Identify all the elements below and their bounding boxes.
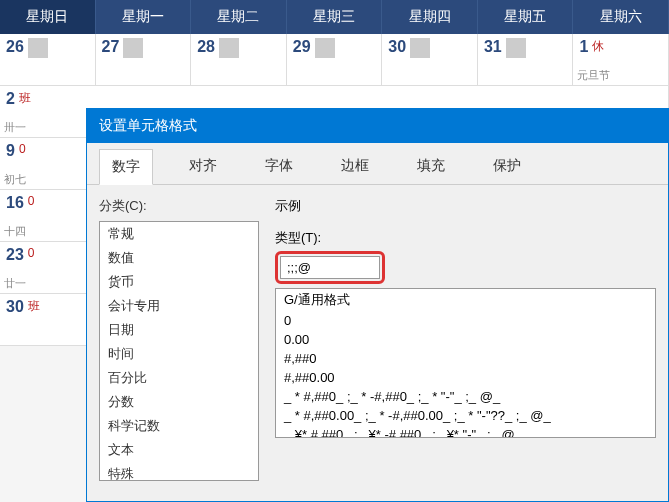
category-panel: 分类(C): 常规 数值 货币 会计专用 日期 时间 百分比 分数 科学记数 文…: [99, 197, 259, 481]
weekday-header: 星期一: [96, 0, 192, 34]
tab-font[interactable]: 字体: [253, 149, 305, 184]
dialog-body: 分类(C): 常规 数值 货币 会计专用 日期 时间 百分比 分数 科学记数 文…: [87, 185, 668, 493]
type-label: 类型(T):: [275, 229, 656, 247]
example-label: 示例: [275, 197, 656, 215]
calendar-cell[interactable]: 1休元旦节: [573, 34, 669, 85]
dialog-title: 设置单元格格式: [87, 109, 668, 143]
category-listbox[interactable]: 常规 数值 货币 会计专用 日期 时间 百分比 分数 科学记数 文本 特殊 自定…: [99, 221, 259, 481]
list-item[interactable]: 时间: [100, 342, 258, 366]
list-item[interactable]: 特殊: [100, 462, 258, 481]
event-box: [506, 38, 526, 58]
list-item[interactable]: 日期: [100, 318, 258, 342]
calendar-cell[interactable]: 31: [478, 34, 574, 85]
event-tag: 0: [28, 246, 35, 289]
tab-protection[interactable]: 保护: [481, 149, 533, 184]
day-number: 31: [484, 38, 502, 81]
dialog-tabs: 数字 对齐 字体 边框 填充 保护: [87, 143, 668, 185]
tab-border[interactable]: 边框: [329, 149, 381, 184]
list-item[interactable]: 货币: [100, 270, 258, 294]
list-item[interactable]: #,##0: [276, 349, 655, 368]
calendar-cell[interactable]: 29: [287, 34, 383, 85]
event-box: [315, 38, 335, 58]
day-number: 28: [197, 38, 215, 81]
event-box: [123, 38, 143, 58]
calendar-cell[interactable]: 27: [96, 34, 192, 85]
day-number: 29: [293, 38, 311, 81]
weekday-header: 星期五: [478, 0, 574, 34]
weekday-header: 星期四: [382, 0, 478, 34]
weekday-header: 星期六: [573, 0, 669, 34]
day-number: 30: [6, 298, 24, 341]
list-item[interactable]: 会计专用: [100, 294, 258, 318]
type-label-text: 类型(T):: [275, 230, 321, 245]
type-input-highlight: [275, 251, 385, 284]
list-item[interactable]: G/通用格式: [276, 289, 655, 311]
list-item[interactable]: 数值: [100, 246, 258, 270]
list-item[interactable]: _ * #,##0_ ;_ * -#,##0_ ;_ * "-"_ ;_ @_: [276, 387, 655, 406]
weekday-header: 星期三: [287, 0, 383, 34]
category-label: 分类(C):: [99, 197, 259, 215]
day-number: 30: [388, 38, 406, 81]
list-item[interactable]: 文本: [100, 438, 258, 462]
list-item[interactable]: 科学记数: [100, 414, 258, 438]
format-cells-dialog: 设置单元格格式 数字 对齐 字体 边框 填充 保护 分类(C): 常规 数值 货…: [86, 108, 669, 502]
weekday-header: 星期二: [191, 0, 287, 34]
day-number: 27: [102, 38, 120, 81]
list-item[interactable]: _ * #,##0.00_ ;_ * -#,##0.00_ ;_ * "-"??…: [276, 406, 655, 425]
format-detail-panel: 示例 类型(T): G/通用格式 0 0.00 #,##0 #,##0.00 _…: [275, 197, 656, 481]
day-number: 26: [6, 38, 24, 81]
tab-number[interactable]: 数字: [99, 149, 153, 185]
lunar-label: 十四: [4, 224, 26, 239]
list-item[interactable]: 0: [276, 311, 655, 330]
format-listbox[interactable]: G/通用格式 0 0.00 #,##0 #,##0.00 _ * #,##0_ …: [275, 288, 656, 438]
event-box: [219, 38, 239, 58]
lunar-label: 初七: [4, 172, 26, 187]
calendar-cell[interactable]: 28: [191, 34, 287, 85]
calendar-cell[interactable]: 26: [0, 34, 96, 85]
list-item[interactable]: 分数: [100, 390, 258, 414]
work-tag: 班: [28, 298, 40, 341]
event-box: [28, 38, 48, 58]
lunar-label: 廿一: [4, 276, 26, 291]
list-item[interactable]: 常规: [100, 222, 258, 246]
tab-alignment[interactable]: 对齐: [177, 149, 229, 184]
list-item[interactable]: 百分比: [100, 366, 258, 390]
list-item[interactable]: _ ¥* #,##0_ ;_ ¥* -#,##0_ ;_ ¥* "-"_ ;_ …: [276, 425, 655, 438]
weekday-header: 星期日: [0, 0, 96, 34]
list-item[interactable]: 0.00: [276, 330, 655, 349]
event-tag: 0: [28, 194, 35, 237]
type-input[interactable]: [280, 256, 380, 279]
calendar-cell[interactable]: 30: [382, 34, 478, 85]
event-box: [410, 38, 430, 58]
calendar-row: 26 27 28 29 30 31 1休元旦节: [0, 34, 669, 86]
category-label-text: 分类(C):: [99, 198, 147, 213]
calendar-header: 星期日 星期一 星期二 星期三 星期四 星期五 星期六: [0, 0, 669, 34]
list-item[interactable]: #,##0.00: [276, 368, 655, 387]
lunar-label: 卅一: [4, 120, 26, 135]
lunar-label: 元旦节: [577, 68, 610, 83]
tab-fill[interactable]: 填充: [405, 149, 457, 184]
